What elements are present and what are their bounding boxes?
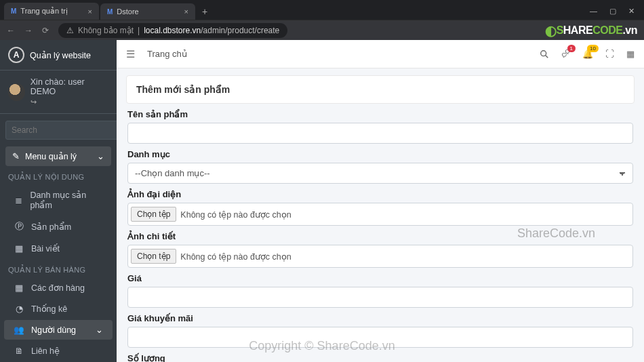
user-greeting: Xin chào: user DEMO [31, 77, 108, 96]
topbar-comments-icon[interactable]: 🗪1 [561, 49, 570, 59]
file-choose-button[interactable]: Chọn tệp [131, 249, 176, 264]
label-anhdaidien: Ảnh đại diện [127, 189, 633, 199]
file-choose-button[interactable]: Chọn tệp [131, 207, 176, 222]
sidebar-item-donhang[interactable]: ▦Các đơn hàng [4, 278, 113, 298]
topbar-bell-icon[interactable]: 🔔10 [582, 49, 593, 59]
file-anhchitiet[interactable]: Chọn tệp Không có tệp nào được chọn [127, 245, 633, 268]
input-gia[interactable] [127, 287, 633, 308]
sidebar-item-nguoidung[interactable]: 👥Người dùng⌄ [4, 320, 113, 340]
brand-icon: A [8, 47, 24, 63]
nav-label: Các đơn hàng [31, 283, 85, 293]
browser-tab-2[interactable]: M Dstore × [100, 3, 195, 20]
hamburger-icon[interactable]: ☰ [126, 48, 135, 60]
content-area: Thêm mới sản phẩm Tên sản phẩm Danh mục … [117, 68, 644, 362]
nav-forward[interactable]: → [24, 26, 33, 35]
apps-icon[interactable]: ▦ [626, 49, 635, 59]
insecure-icon: ⚠ [66, 26, 74, 35]
label-anhchitiet: Ảnh chi tiết [127, 231, 633, 241]
browser-tab-1[interactable]: M Trang quản trị × [4, 3, 99, 20]
topbar-search-icon[interactable] [540, 49, 549, 59]
new-tab-button[interactable]: + [197, 3, 213, 20]
url-path: /admin/product/create [201, 26, 279, 35]
bell-badge: 10 [587, 45, 599, 52]
label-giakm: Giá khuyến mãi [127, 313, 633, 323]
nav-label: Bài viết [31, 243, 60, 254]
edit-icon: ✎ [12, 151, 20, 161]
url-host: local.dbstore.vn [144, 26, 201, 35]
tab-title: Trang quản trị [20, 7, 68, 16]
select-danhmuc[interactable]: --Chọn danh mục-- [127, 163, 633, 184]
favicon: M [11, 7, 16, 15]
sidebar-item-sanpham[interactable]: ⓅSản phẩm [4, 216, 113, 237]
label-soluong: Số lượng [127, 353, 633, 362]
favicon: M [107, 8, 113, 16]
input-gia-khuyen-mai[interactable] [127, 327, 633, 348]
grid-icon: ▦ [14, 283, 24, 293]
input-ten-san-pham[interactable] [127, 123, 633, 144]
window-close[interactable]: ✕ [628, 7, 635, 16]
svg-line-3 [546, 55, 548, 58]
chevron-down-icon: ⌄ [96, 325, 103, 335]
news-icon: ▦ [14, 243, 24, 254]
section-sales-header: QUẢN LÝ BÁN HÀNG [0, 259, 117, 277]
breadcrumb[interactable]: Trang chủ [147, 49, 187, 59]
close-icon[interactable]: × [88, 7, 92, 16]
nav-label: Người dùng [31, 325, 76, 335]
sidebar: A Quản lý website Xin chào: user DEMO ↪ … [0, 40, 117, 362]
users-icon: 👥 [14, 325, 24, 335]
topbar: ☰ Trang chủ 🗪1 🔔10 ⛶ ▦ [117, 40, 644, 68]
tab-title: Dstore [117, 7, 138, 16]
menu-root-label: Menu quản lý [25, 151, 77, 161]
nav-label: Sản phẩm [31, 222, 71, 232]
svg-point-2 [541, 50, 546, 56]
browser-toolbar: ← → ⟳ ⚠ Không bảo mật | local.dbstore.vn… [0, 20, 644, 40]
user-panel: Xin chào: user DEMO ↪ [0, 71, 117, 114]
sidebar-search-input[interactable] [5, 121, 117, 140]
nav-label: Danh mục sản phẩm [31, 190, 103, 210]
brand[interactable]: A Quản lý website [0, 40, 117, 71]
label-gia: Giá [127, 273, 633, 283]
sidebar-item-baiviet[interactable]: ▦Bài viết [4, 239, 113, 258]
logout-icon[interactable]: ↪ [31, 98, 108, 106]
window-maximize[interactable]: ▢ [609, 7, 616, 16]
file-anhdaidien[interactable]: Chọn tệp Không có tệp nào được chọn [127, 203, 633, 226]
menu-root[interactable]: ✎ Menu quản lý ⌄ [5, 146, 111, 166]
list-icon: ≣ [14, 195, 24, 205]
fullscreen-icon[interactable]: ⛶ [605, 49, 614, 59]
chart-icon: ◔ [14, 304, 24, 314]
comments-badge: 1 [567, 45, 576, 52]
avatar [8, 83, 25, 101]
url-bar[interactable]: ⚠ Không bảo mật | local.dbstore.vn/admin… [58, 23, 287, 38]
label-ten: Tên sản phẩm [127, 109, 633, 119]
contact-icon: 🗎 [14, 346, 24, 356]
section-content-header: QUẢN LÝ NỘI DUNG [0, 166, 117, 184]
insecure-label: Không bảo mật [78, 26, 134, 35]
file-status-text: Không có tệp nào được chọn [180, 209, 291, 220]
sharecode-logo: ◐SHARECODE.vn [545, 22, 637, 39]
window-minimize[interactable]: ― [590, 7, 597, 16]
close-icon[interactable]: × [184, 7, 188, 16]
sidebar-item-thongke[interactable]: ◔Thống kê [4, 299, 113, 319]
sidebar-item-danhmuc[interactable]: ≣Danh mục sản phẩm [4, 185, 113, 215]
file-status-text: Không có tệp nào được chọn [180, 252, 291, 262]
chevron-down-icon: ⌄ [97, 151, 104, 161]
nav-label: Liên hệ [31, 346, 60, 356]
product-icon: Ⓟ [14, 221, 24, 233]
label-danhmuc: Danh mục [127, 149, 633, 159]
page-title: Thêm mới sản phẩm [126, 75, 635, 104]
nav-reload[interactable]: ⟳ [42, 26, 49, 35]
nav-label: Thống kê [31, 304, 67, 314]
sidebar-item-lienhe[interactable]: 🗎Liên hệ [4, 341, 113, 361]
nav-back[interactable]: ← [7, 26, 15, 35]
browser-tab-strip: M Trang quản trị × M Dstore × + ― ▢ ✕ [0, 0, 644, 20]
brand-label: Quản lý website [30, 50, 91, 60]
